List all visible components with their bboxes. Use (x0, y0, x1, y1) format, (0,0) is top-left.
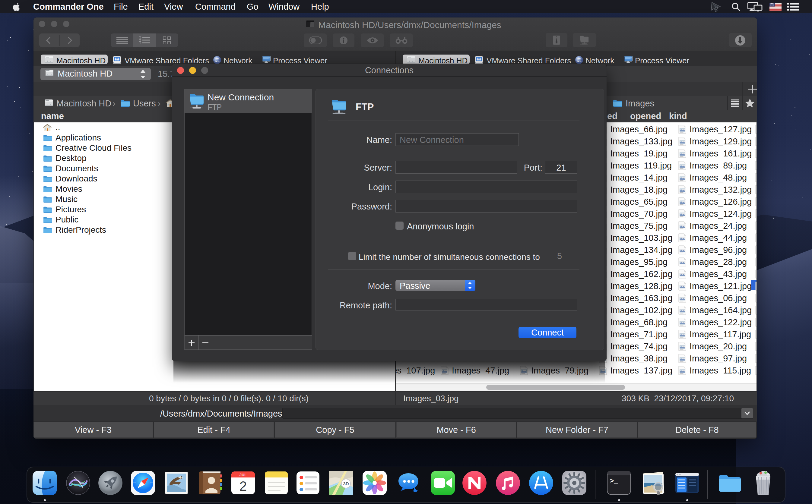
svg-text:JUL: JUL (239, 473, 247, 477)
svg-text:2: 2 (239, 479, 247, 493)
svg-text:>_: >_ (610, 477, 618, 485)
svg-text:3D: 3D (343, 481, 349, 486)
